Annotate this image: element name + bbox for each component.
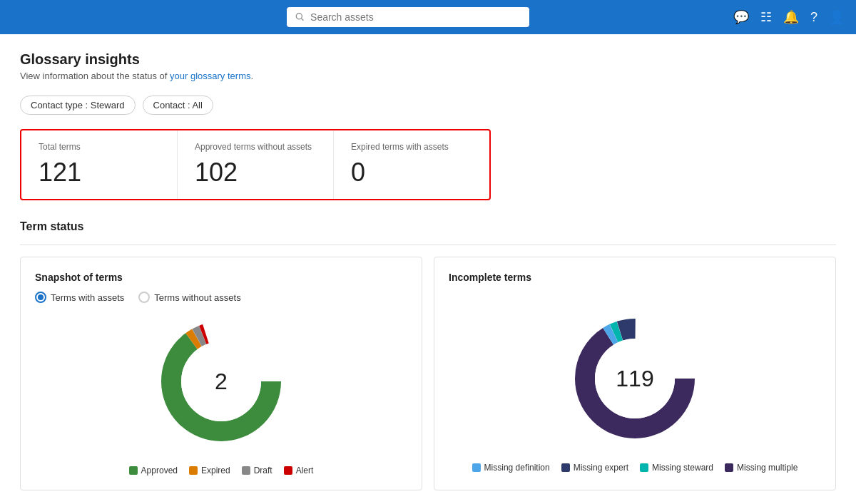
draft-label: Draft bbox=[254, 466, 272, 475]
filter-row: Contact type : Steward Contact : All bbox=[20, 96, 836, 115]
kpi-approved-value: 102 bbox=[195, 158, 316, 187]
incomplete-legend: Missing definition Missing expert Missin… bbox=[472, 463, 798, 473]
approved-label: Approved bbox=[141, 466, 178, 475]
kpi-approved-label: Approved terms without assets bbox=[195, 142, 316, 152]
snapshot-donut: 2 bbox=[157, 317, 285, 446]
snapshot-card: Snapshot of terms Terms with assets Term… bbox=[20, 257, 422, 490]
missing-def-label: Missing definition bbox=[484, 463, 550, 473]
top-navigation: 💬 ☷ 🔔 ? 👤 bbox=[0, 0, 856, 34]
kpi-expired-value: 0 bbox=[351, 158, 472, 187]
charts-row: Snapshot of terms Terms with assets Term… bbox=[20, 257, 836, 490]
help-icon[interactable]: ? bbox=[810, 10, 817, 25]
section-divider bbox=[20, 245, 836, 245]
terms-with-assets-radio[interactable] bbox=[35, 292, 46, 303]
incomplete-title: Incomplete terms bbox=[449, 272, 821, 283]
svg-point-0 bbox=[296, 14, 302, 19]
incomplete-spacer bbox=[449, 292, 821, 314]
snapshot-title: Snapshot of terms bbox=[35, 272, 407, 283]
terms-without-assets-option[interactable]: Terms without assets bbox=[138, 292, 240, 303]
incomplete-donut: 119 bbox=[571, 314, 699, 443]
alert-label: Alert bbox=[296, 466, 314, 475]
snapshot-donut-container: 2 Approved Expired Draft bbox=[35, 317, 407, 475]
expired-color bbox=[189, 466, 198, 475]
svg-line-1 bbox=[302, 19, 304, 21]
search-bar[interactable] bbox=[287, 7, 529, 27]
term-status-section: Term status Snapshot of terms Terms with… bbox=[20, 220, 836, 490]
nav-icons: 💬 ☷ 🔔 ? 👤 bbox=[733, 9, 845, 25]
kpi-total-value: 121 bbox=[39, 158, 160, 187]
legend-missing-steward: Missing steward bbox=[640, 463, 713, 473]
kpi-approved-without-assets: Approved terms without assets 102 bbox=[178, 130, 334, 199]
incomplete-card: Incomplete terms bbox=[434, 257, 836, 490]
approved-color bbox=[129, 466, 138, 475]
incomplete-center-value: 119 bbox=[616, 366, 653, 392]
page-title: Glossary insights bbox=[20, 51, 836, 68]
main-content: Glossary insights View information about… bbox=[0, 34, 856, 504]
section-title: Term status bbox=[20, 220, 836, 233]
terms-without-assets-radio[interactable] bbox=[138, 292, 150, 303]
user-icon[interactable]: 👤 bbox=[829, 9, 845, 25]
terms-with-assets-option[interactable]: Terms with assets bbox=[35, 292, 124, 303]
contact-type-filter[interactable]: Contact type : Steward bbox=[20, 96, 136, 115]
search-input[interactable] bbox=[310, 11, 521, 23]
contact-filter[interactable]: Contact : All bbox=[143, 96, 213, 115]
feedback-icon[interactable]: 💬 bbox=[733, 9, 749, 25]
missing-steward-label: Missing steward bbox=[652, 463, 713, 473]
terms-without-assets-label: Terms without assets bbox=[154, 292, 240, 303]
alert-color bbox=[284, 466, 292, 475]
kpi-expired-terms: Expired terms with assets 0 bbox=[334, 130, 489, 199]
kpi-expired-label: Expired terms with assets bbox=[351, 142, 472, 152]
search-icon bbox=[295, 12, 305, 22]
page-subtitle: View information about the status of you… bbox=[20, 71, 836, 81]
legend-alert: Alert bbox=[284, 466, 314, 475]
draft-color bbox=[242, 466, 250, 475]
snapshot-legend: Approved Expired Draft Alert bbox=[129, 466, 314, 475]
legend-expired: Expired bbox=[189, 466, 230, 475]
legend-missing-multiple: Missing multiple bbox=[725, 463, 798, 473]
kpi-total-label: Total terms bbox=[39, 142, 160, 152]
missing-multiple-color bbox=[725, 463, 733, 472]
legend-approved: Approved bbox=[129, 466, 178, 475]
missing-steward-color bbox=[640, 463, 648, 472]
glossary-terms-link[interactable]: your glossary terms bbox=[170, 71, 250, 81]
snapshot-center-value: 2 bbox=[215, 369, 228, 395]
legend-missing-def: Missing definition bbox=[472, 463, 550, 473]
missing-def-color bbox=[472, 463, 481, 472]
page-header: Glossary insights View information about… bbox=[20, 51, 836, 81]
terms-with-assets-label: Terms with assets bbox=[51, 292, 124, 303]
kpi-total-terms: Total terms 121 bbox=[21, 130, 178, 199]
missing-multiple-label: Missing multiple bbox=[737, 463, 798, 473]
expired-label: Expired bbox=[201, 466, 230, 475]
apps-icon[interactable]: ☷ bbox=[760, 9, 772, 25]
kpi-container: Total terms 121 Approved terms without a… bbox=[20, 129, 491, 200]
missing-expert-label: Missing expert bbox=[574, 463, 628, 473]
missing-expert-color bbox=[561, 463, 570, 472]
bell-icon[interactable]: 🔔 bbox=[783, 9, 799, 25]
legend-draft: Draft bbox=[242, 466, 272, 475]
incomplete-donut-container: 119 Missing definition Missing expert bbox=[449, 314, 821, 473]
snapshot-radio-group: Terms with assets Terms without assets bbox=[35, 292, 407, 303]
legend-missing-expert: Missing expert bbox=[561, 463, 628, 473]
